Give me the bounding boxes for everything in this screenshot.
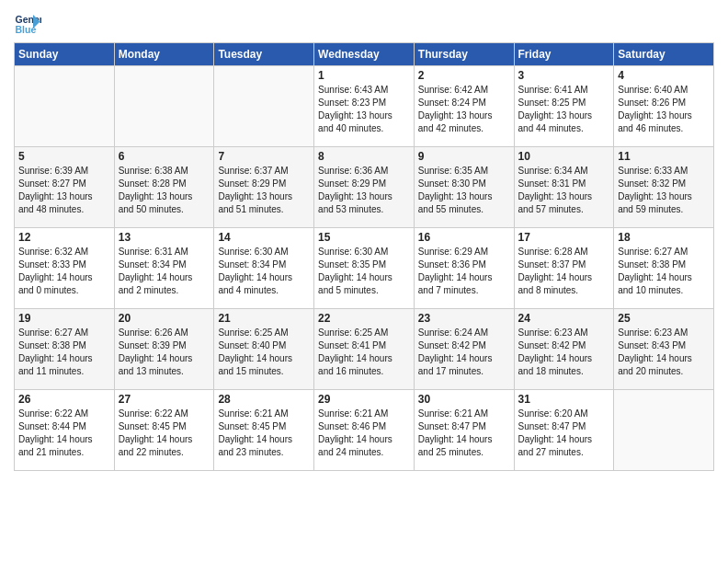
day-info: Sunrise: 6:40 AM Sunset: 8:26 PM Dayligh… <box>618 84 710 135</box>
calendar-cell <box>214 66 314 147</box>
day-info: Sunrise: 6:36 AM Sunset: 8:29 PM Dayligh… <box>318 165 410 216</box>
day-number: 7 <box>218 150 310 163</box>
calendar-cell: 20Sunrise: 6:26 AM Sunset: 8:39 PM Dayli… <box>114 309 214 390</box>
day-info: Sunrise: 6:32 AM Sunset: 8:33 PM Dayligh… <box>18 246 110 297</box>
day-number: 2 <box>418 69 510 82</box>
day-info: Sunrise: 6:23 AM Sunset: 8:42 PM Dayligh… <box>518 327 610 378</box>
day-number: 15 <box>318 231 410 244</box>
calendar-cell <box>114 66 214 147</box>
day-number: 9 <box>418 150 510 163</box>
logo-icon: General Blue <box>14 9 41 37</box>
day-info: Sunrise: 6:21 AM Sunset: 8:46 PM Dayligh… <box>318 408 410 459</box>
col-header-friday: Friday <box>514 43 614 66</box>
calendar-cell: 31Sunrise: 6:20 AM Sunset: 8:47 PM Dayli… <box>514 390 614 471</box>
col-header-thursday: Thursday <box>414 43 514 66</box>
calendar-cell <box>15 66 115 147</box>
day-info: Sunrise: 6:35 AM Sunset: 8:30 PM Dayligh… <box>418 165 510 216</box>
day-number: 31 <box>518 393 610 406</box>
day-number: 30 <box>418 393 510 406</box>
day-info: Sunrise: 6:25 AM Sunset: 8:40 PM Dayligh… <box>218 327 310 378</box>
day-info: Sunrise: 6:21 AM Sunset: 8:45 PM Dayligh… <box>218 408 310 459</box>
calendar-cell: 26Sunrise: 6:22 AM Sunset: 8:44 PM Dayli… <box>15 390 115 471</box>
day-info: Sunrise: 6:31 AM Sunset: 8:34 PM Dayligh… <box>119 246 210 297</box>
day-number: 26 <box>18 393 110 406</box>
day-info: Sunrise: 6:42 AM Sunset: 8:24 PM Dayligh… <box>418 84 510 135</box>
day-info: Sunrise: 6:30 AM Sunset: 8:34 PM Dayligh… <box>218 246 310 297</box>
day-number: 1 <box>318 69 410 82</box>
day-number: 24 <box>518 312 610 325</box>
day-number: 10 <box>518 150 610 163</box>
day-info: Sunrise: 6:41 AM Sunset: 8:25 PM Dayligh… <box>518 84 610 135</box>
calendar-cell: 10Sunrise: 6:34 AM Sunset: 8:31 PM Dayli… <box>514 147 614 228</box>
day-info: Sunrise: 6:23 AM Sunset: 8:43 PM Dayligh… <box>618 327 710 378</box>
logo: General Blue <box>14 9 45 37</box>
calendar-cell: 18Sunrise: 6:27 AM Sunset: 8:38 PM Dayli… <box>614 228 714 309</box>
calendar-cell: 15Sunrise: 6:30 AM Sunset: 8:35 PM Dayli… <box>314 228 415 309</box>
day-number: 29 <box>318 393 410 406</box>
calendar-cell: 11Sunrise: 6:33 AM Sunset: 8:32 PM Dayli… <box>614 147 714 228</box>
calendar-cell: 16Sunrise: 6:29 AM Sunset: 8:36 PM Dayli… <box>414 228 514 309</box>
calendar-cell: 19Sunrise: 6:27 AM Sunset: 8:38 PM Dayli… <box>15 309 115 390</box>
day-info: Sunrise: 6:27 AM Sunset: 8:38 PM Dayligh… <box>18 327 110 378</box>
day-number: 18 <box>618 231 710 244</box>
day-info: Sunrise: 6:30 AM Sunset: 8:35 PM Dayligh… <box>318 246 410 297</box>
day-info: Sunrise: 6:29 AM Sunset: 8:36 PM Dayligh… <box>418 246 510 297</box>
day-info: Sunrise: 6:20 AM Sunset: 8:47 PM Dayligh… <box>518 408 610 459</box>
day-number: 23 <box>418 312 510 325</box>
day-number: 28 <box>218 393 310 406</box>
day-info: Sunrise: 6:21 AM Sunset: 8:47 PM Dayligh… <box>418 408 510 459</box>
day-number: 3 <box>518 69 610 82</box>
calendar-cell: 21Sunrise: 6:25 AM Sunset: 8:40 PM Dayli… <box>214 309 314 390</box>
calendar-cell: 22Sunrise: 6:25 AM Sunset: 8:41 PM Dayli… <box>314 309 415 390</box>
day-info: Sunrise: 6:22 AM Sunset: 8:44 PM Dayligh… <box>18 408 110 459</box>
day-info: Sunrise: 6:28 AM Sunset: 8:37 PM Dayligh… <box>518 246 610 297</box>
day-number: 13 <box>119 231 210 244</box>
col-header-sunday: Sunday <box>15 43 115 66</box>
calendar-cell: 28Sunrise: 6:21 AM Sunset: 8:45 PM Dayli… <box>214 390 314 471</box>
day-number: 21 <box>218 312 310 325</box>
day-number: 17 <box>518 231 610 244</box>
calendar-cell: 2Sunrise: 6:42 AM Sunset: 8:24 PM Daylig… <box>414 66 514 147</box>
day-number: 19 <box>18 312 110 325</box>
day-number: 27 <box>119 393 210 406</box>
day-info: Sunrise: 6:27 AM Sunset: 8:38 PM Dayligh… <box>618 246 710 297</box>
calendar-cell: 7Sunrise: 6:37 AM Sunset: 8:29 PM Daylig… <box>214 147 314 228</box>
calendar-cell: 25Sunrise: 6:23 AM Sunset: 8:43 PM Dayli… <box>614 309 714 390</box>
day-info: Sunrise: 6:25 AM Sunset: 8:41 PM Dayligh… <box>318 327 410 378</box>
calendar-cell: 30Sunrise: 6:21 AM Sunset: 8:47 PM Dayli… <box>414 390 514 471</box>
col-header-tuesday: Tuesday <box>214 43 314 66</box>
day-info: Sunrise: 6:39 AM Sunset: 8:27 PM Dayligh… <box>18 165 110 216</box>
day-number: 6 <box>119 150 210 163</box>
day-info: Sunrise: 6:33 AM Sunset: 8:32 PM Dayligh… <box>618 165 710 216</box>
day-info: Sunrise: 6:37 AM Sunset: 8:29 PM Dayligh… <box>218 165 310 216</box>
page-header: General Blue <box>14 9 714 37</box>
day-info: Sunrise: 6:22 AM Sunset: 8:45 PM Dayligh… <box>119 408 210 459</box>
day-number: 20 <box>119 312 210 325</box>
day-number: 22 <box>318 312 410 325</box>
calendar-cell: 8Sunrise: 6:36 AM Sunset: 8:29 PM Daylig… <box>314 147 415 228</box>
day-number: 8 <box>318 150 410 163</box>
day-info: Sunrise: 6:24 AM Sunset: 8:42 PM Dayligh… <box>418 327 510 378</box>
day-info: Sunrise: 6:34 AM Sunset: 8:31 PM Dayligh… <box>518 165 610 216</box>
calendar-table: SundayMondayTuesdayWednesdayThursdayFrid… <box>14 42 714 471</box>
col-header-saturday: Saturday <box>614 43 714 66</box>
calendar-cell: 4Sunrise: 6:40 AM Sunset: 8:26 PM Daylig… <box>614 66 714 147</box>
calendar-cell: 17Sunrise: 6:28 AM Sunset: 8:37 PM Dayli… <box>514 228 614 309</box>
day-number: 11 <box>618 150 710 163</box>
day-number: 5 <box>18 150 110 163</box>
calendar-cell: 29Sunrise: 6:21 AM Sunset: 8:46 PM Dayli… <box>314 390 415 471</box>
day-number: 16 <box>418 231 510 244</box>
calendar-cell: 9Sunrise: 6:35 AM Sunset: 8:30 PM Daylig… <box>414 147 514 228</box>
calendar-cell: 3Sunrise: 6:41 AM Sunset: 8:25 PM Daylig… <box>514 66 614 147</box>
day-info: Sunrise: 6:43 AM Sunset: 8:23 PM Dayligh… <box>318 84 410 135</box>
calendar-cell: 13Sunrise: 6:31 AM Sunset: 8:34 PM Dayli… <box>114 228 214 309</box>
col-header-monday: Monday <box>114 43 214 66</box>
calendar-cell: 6Sunrise: 6:38 AM Sunset: 8:28 PM Daylig… <box>114 147 214 228</box>
day-number: 14 <box>218 231 310 244</box>
calendar-cell: 12Sunrise: 6:32 AM Sunset: 8:33 PM Dayli… <box>15 228 115 309</box>
day-info: Sunrise: 6:26 AM Sunset: 8:39 PM Dayligh… <box>119 327 210 378</box>
calendar-cell: 5Sunrise: 6:39 AM Sunset: 8:27 PM Daylig… <box>15 147 115 228</box>
day-info: Sunrise: 6:38 AM Sunset: 8:28 PM Dayligh… <box>119 165 210 216</box>
col-header-wednesday: Wednesday <box>314 43 415 66</box>
day-number: 12 <box>18 231 110 244</box>
